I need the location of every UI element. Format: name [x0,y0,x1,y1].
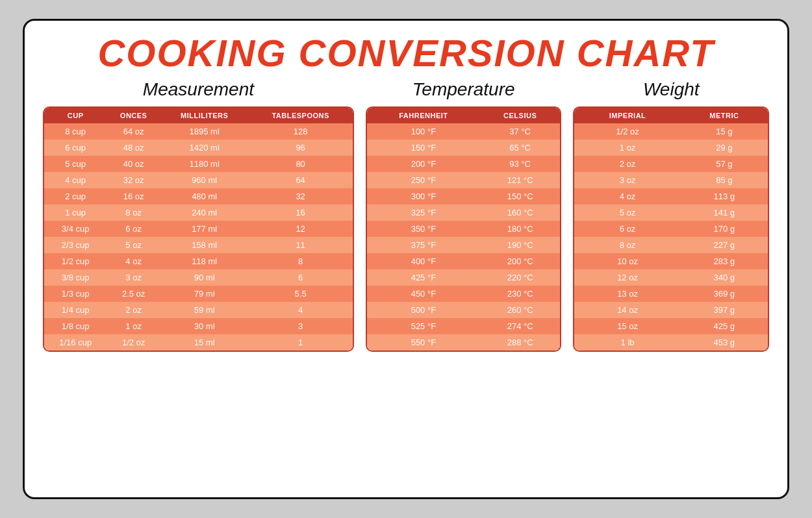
table-row: 450 °F230 °C [367,286,561,302]
table-cell: 1/4 cup [44,302,107,318]
table-cell: 8 cup [44,123,107,140]
table-cell: 170 g [681,221,768,237]
col-header: IMPERIAL [574,108,680,123]
table-row: 10 oz283 g [574,253,768,269]
table-row: 8 cup64 oz1895 ml128 [44,123,353,140]
table-cell: 14 oz [574,302,680,318]
table-cell: 48 oz [107,140,160,156]
table-row: 5 cup40 oz1180 ml80 [44,156,353,172]
table-row: 4 cup32 oz960 ml64 [44,172,353,188]
table-cell: 180 °C [480,221,561,237]
table-cell: 375 °F [367,237,480,253]
table-row: 1/16 cup1/2 oz15 ml1 [44,334,353,351]
col-header: MILLILITERS [160,108,248,123]
table-cell: 1/3 cup [44,286,107,302]
table-row: 100 °F37 °C [367,123,561,140]
table-cell: 65 °C [480,140,561,156]
table-cell: 300 °F [367,188,480,204]
table-cell: 1/16 cup [44,334,107,351]
table-row: 1/4 cup2 oz59 ml4 [44,302,353,318]
table-cell: 1 cup [44,204,107,221]
table-cell: 190 °C [480,237,561,253]
table-cell: 15 oz [574,318,680,334]
table-row: 2/3 cup5 oz158 ml11 [44,237,353,253]
table-cell: 400 °F [367,253,480,269]
table-row: 3 oz85 g [574,172,768,188]
table-row: 3/4 cup6 oz177 ml12 [44,221,353,237]
table-cell: 158 ml [160,237,248,253]
table-cell: 325 °F [367,204,480,221]
table-cell: 59 ml [160,302,248,318]
table-cell: 200 °C [480,253,561,269]
table-cell: 4 oz [107,253,160,269]
table-cell: 79 ml [160,286,248,302]
table-cell: 1/2 oz [107,334,160,351]
table-row: 1/2 oz15 g [574,123,768,140]
table-cell: 5 cup [44,156,107,172]
table-cell: 425 g [681,318,768,334]
table-cell: 288 °C [480,334,561,351]
table-cell: 85 g [681,172,768,188]
table-cell: 5.5 [248,286,353,302]
sections: Measurement CUPONCESMILLILITERSTABLESPOO… [43,79,769,486]
temperature-table: FAHRENHEITCELSIUS 100 °F37 °C150 °F65 °C… [366,106,562,352]
table-cell: 2 cup [44,188,107,204]
table-cell: 10 oz [574,253,680,269]
table-row: 8 oz227 g [574,237,768,253]
table-row: 2 cup16 oz480 ml32 [44,188,353,204]
table-cell: 453 g [681,334,768,351]
table-cell: 96 [248,140,353,156]
table-cell: 4 oz [574,188,680,204]
table-cell: 160 °C [480,204,561,221]
table-cell: 3 oz [574,172,680,188]
weight-table: IMPERIALMETRIC 1/2 oz15 g1 oz29 g2 oz57 … [573,106,769,352]
table-cell: 3 [248,318,353,334]
table-cell: 141 g [681,204,768,221]
table-row: 13 oz369 g [574,286,768,302]
table-cell: 8 oz [574,237,680,253]
weight-title: Weight [643,79,700,100]
table-row: 1 cup8 oz240 ml16 [44,204,353,221]
table-cell: 450 °F [367,286,480,302]
table-cell: 1 [248,334,353,351]
table-row: 1/2 cup4 oz118 ml8 [44,253,353,269]
table-cell: 283 g [681,253,768,269]
table-cell: 227 g [681,237,768,253]
table-cell: 15 ml [160,334,248,351]
table-row: 400 °F200 °C [367,253,561,269]
table-cell: 80 [248,156,353,172]
table-cell: 1/8 cup [44,318,107,334]
col-header: METRIC [681,108,768,123]
table-cell: 350 °F [367,221,480,237]
table-cell: 500 °F [367,302,480,318]
table-cell: 3/4 cup [44,221,107,237]
table-row: 1 lb453 g [574,334,768,351]
table-cell: 369 g [681,286,768,302]
table-cell: 150 °F [367,140,480,156]
table-row: 525 °F274 °C [367,318,561,334]
table-cell: 480 ml [160,188,248,204]
table-row: 5 oz141 g [574,204,768,221]
table-row: 1 oz29 g [574,140,768,156]
table-cell: 260 °C [480,302,561,318]
table-cell: 3 oz [107,269,160,286]
table-cell: 150 °C [480,188,561,204]
table-cell: 274 °C [480,318,561,334]
table-cell: 37 °C [480,123,561,140]
table-cell: 340 g [681,269,768,286]
table-row: 300 °F150 °C [367,188,561,204]
table-row: 1/8 cup1 oz30 ml3 [44,318,353,334]
col-header: CELSIUS [480,108,561,123]
table-row: 200 °F93 °C [367,156,561,172]
table-cell: 240 ml [160,204,248,221]
table-cell: 200 °F [367,156,480,172]
main-title: COOKING CONVERSION CHART [97,32,714,74]
table-cell: 118 ml [160,253,248,269]
table-cell: 5 oz [574,204,680,221]
table-cell: 32 oz [107,172,160,188]
table-row: 14 oz397 g [574,302,768,318]
table-cell: 3/8 cup [44,269,107,286]
table-cell: 12 oz [574,269,680,286]
temperature-section: Temperature FAHRENHEITCELSIUS 100 °F37 °… [366,79,562,352]
table-cell: 15 g [681,123,768,140]
